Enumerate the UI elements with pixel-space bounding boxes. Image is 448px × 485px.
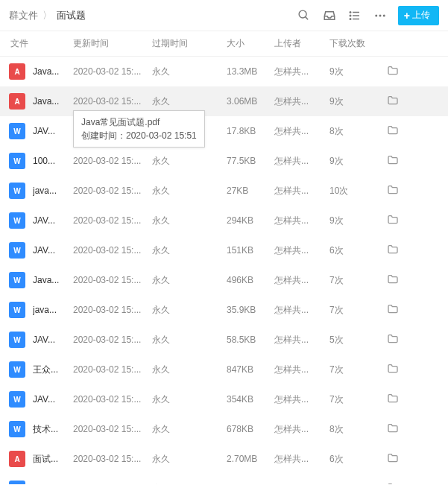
table-row[interactable]: W毕向...2020-03-02 15:...永久360KB怎样共...16次: [0, 474, 448, 484]
col-update[interactable]: 更新时间: [73, 37, 152, 50]
table-row[interactable]: WJAV...2020-03-02 15:...永久17.8KB怎样共...8次: [0, 116, 448, 146]
file-name[interactable]: 王众...: [33, 364, 58, 376]
col-file[interactable]: 文件: [9, 37, 73, 50]
file-cell: A面试...: [9, 451, 73, 467]
open-folder-button[interactable]: [382, 273, 404, 288]
table-row[interactable]: W技术...2020-03-02 15:...永久678KB怎样共...8次: [0, 414, 448, 444]
open-folder-button[interactable]: [382, 214, 404, 228]
tooltip-meta: 创建时间：2020-03-02 15:51: [81, 129, 197, 142]
col-expire[interactable]: 过期时间: [152, 37, 227, 50]
table-row[interactable]: AJava...2020-03-02 15:...永久3.06MB怎样共...9…: [0, 86, 448, 116]
file-name[interactable]: java...: [33, 186, 57, 196]
cell-uploader: 怎样共...: [274, 334, 329, 346]
open-folder-button[interactable]: [382, 482, 404, 485]
upload-label: 上传: [412, 9, 430, 22]
cell-update: 2020-03-02 15:...: [73, 424, 152, 434]
upload-button[interactable]: + 上传: [398, 6, 439, 25]
cell-uploader: 怎样共...: [274, 453, 329, 466]
cell-uploader: 怎样共...: [274, 155, 329, 168]
open-folder-button[interactable]: [382, 95, 404, 109]
open-folder-button[interactable]: [382, 333, 404, 347]
col-downloads[interactable]: 下载次数: [329, 37, 382, 50]
search-icon[interactable]: [297, 8, 312, 23]
cell-expire: 永久: [152, 364, 227, 376]
table-row[interactable]: WJava...2020-03-02 15:...永久496KB怎样共...7次: [0, 265, 448, 295]
file-name[interactable]: JAV...: [33, 335, 55, 345]
svg-point-0: [299, 10, 306, 18]
file-name[interactable]: 技术...: [33, 423, 58, 436]
cell-downloads: 10次: [329, 185, 382, 197]
table-row[interactable]: WJAV...2020-03-02 15:...永久58.5KB怎样共...5次: [0, 325, 448, 355]
open-folder-button[interactable]: [382, 124, 404, 139]
file-name[interactable]: Java...: [33, 275, 59, 285]
cell-expire: 永久: [152, 155, 227, 168]
cell-downloads: 7次: [329, 364, 382, 376]
folder-icon: [387, 184, 399, 196]
file-name[interactable]: 毕向...: [33, 483, 58, 485]
toolbar-actions: + 上传: [297, 6, 439, 25]
breadcrumb-root[interactable]: 群文件: [9, 9, 38, 22]
folder-icon: [387, 393, 399, 405]
table-row[interactable]: WJAV...2020-03-02 15:...永久151KB怎样共...6次: [0, 235, 448, 265]
file-name[interactable]: JAV...: [33, 394, 55, 405]
file-cell: WJAV...: [9, 123, 73, 139]
pdf-icon: A: [9, 63, 25, 80]
column-headers: 文件 更新时间 过期时间 大小 上传者 下载次数: [0, 31, 448, 57]
cell-expire: 永久: [152, 483, 227, 485]
folder-icon: [387, 214, 399, 226]
table-row[interactable]: A面试...2020-03-02 15:...永久2.70MB怎样共...6次: [0, 444, 448, 474]
open-folder-button[interactable]: [382, 363, 404, 377]
pdf-icon: A: [9, 93, 25, 110]
cell-uploader: 怎样共...: [274, 66, 329, 78]
table-row[interactable]: W王众...2020-03-02 15:...永久847KB怎样共...7次: [0, 355, 448, 384]
cell-update: 2020-03-02 15:...: [73, 186, 152, 196]
file-name[interactable]: 面试...: [33, 453, 58, 466]
doc-icon: W: [9, 361, 25, 378]
table-row[interactable]: WJAV...2020-03-02 15:...永久354KB怎样共...7次: [0, 384, 448, 414]
cell-downloads: 6次: [329, 453, 382, 466]
cell-size: 678KB: [227, 424, 274, 434]
col-uploader[interactable]: 上传者: [274, 37, 329, 50]
doc-icon: W: [9, 212, 25, 229]
cell-update: 2020-03-02 15:...: [73, 305, 152, 315]
open-folder-button[interactable]: [382, 154, 404, 168]
inbox-icon[interactable]: [322, 8, 337, 23]
cell-size: 17.8KB: [227, 126, 274, 136]
cell-size: 360KB: [227, 484, 274, 484]
breadcrumb-current: 面试题: [57, 9, 86, 22]
topbar: 群文件 〉 面试题 + 上传: [0, 0, 448, 31]
file-name[interactable]: java...: [33, 305, 57, 315]
cell-update: 2020-03-02 15:...: [73, 156, 152, 166]
folder-icon: [387, 95, 399, 107]
file-name[interactable]: JAV...: [33, 126, 55, 136]
open-folder-button[interactable]: [382, 393, 404, 407]
open-folder-button[interactable]: [382, 184, 404, 198]
open-folder-button[interactable]: [382, 65, 404, 79]
cell-size: 294KB: [227, 215, 274, 226]
table-row[interactable]: Wjava...2020-03-02 15:...永久35.9KB怎样共...7…: [0, 295, 448, 325]
cell-expire: 永久: [152, 423, 227, 436]
cell-uploader: 怎样共...: [274, 244, 329, 257]
more-icon[interactable]: [373, 8, 388, 23]
table-row[interactable]: Wjava...2020-03-02 15:...永久27KB怎样共...10次: [0, 176, 448, 206]
cell-uploader: 怎样共...: [274, 215, 329, 227]
table-row[interactable]: WJAV...2020-03-02 15:...永久294KB怎样共...9次: [0, 206, 448, 235]
cell-downloads: 16次: [329, 483, 382, 485]
col-size[interactable]: 大小: [227, 37, 274, 50]
file-name[interactable]: JAV...: [33, 245, 55, 256]
file-name[interactable]: Java...: [33, 66, 59, 77]
file-list[interactable]: AJava...2020-03-02 15:...永久13.3MB怎样共...9…: [0, 57, 448, 484]
file-name[interactable]: Java...: [33, 96, 59, 107]
open-folder-button[interactable]: [382, 422, 404, 437]
table-row[interactable]: AJava...2020-03-02 15:...永久13.3MB怎样共...9…: [0, 57, 448, 86]
file-cell: W王众...: [9, 361, 73, 378]
cell-update: 2020-03-02 15:...: [73, 66, 152, 77]
file-name[interactable]: JAV...: [33, 215, 55, 226]
table-row[interactable]: W100...2020-03-02 15:...永久77.5KB怎样共...9次: [0, 146, 448, 176]
file-name[interactable]: 100...: [33, 156, 55, 166]
open-folder-button[interactable]: [382, 244, 404, 258]
open-folder-button[interactable]: [382, 303, 404, 317]
list-view-icon[interactable]: [347, 8, 362, 23]
open-folder-button[interactable]: [382, 452, 404, 466]
svg-point-8: [375, 14, 377, 16]
